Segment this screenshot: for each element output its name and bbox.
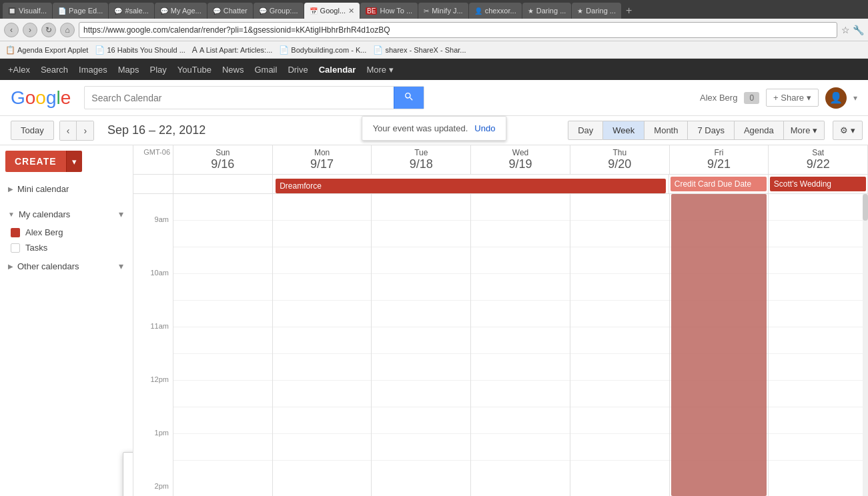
- calendar-item-tasks[interactable]: Tasks: [5, 240, 127, 255]
- view-agenda-button[interactable]: Agenda: [735, 121, 784, 140]
- google-bar-item-drive[interactable]: Drive: [288, 65, 308, 75]
- tab-howto[interactable]: BE How To ...: [360, 3, 418, 19]
- wrench-icon[interactable]: 🔧: [853, 25, 864, 35]
- sat-hour-8: [769, 381, 867, 407]
- view-7days-button[interactable]: 7 Days: [688, 121, 734, 140]
- other-cal-settings-icon[interactable]: ▾: [117, 259, 125, 273]
- tab-visualf[interactable]: 🔲 Visualf...: [3, 3, 52, 19]
- wed-hour-1: [471, 194, 570, 221]
- scrollbar-track[interactable]: [863, 194, 868, 496]
- bookmark-16habits[interactable]: 📄 16 Habits You Should ...: [95, 45, 185, 55]
- allday-event-scotts-wedding[interactable]: Scott's Wedding: [770, 177, 866, 191]
- search-input[interactable]: [85, 89, 394, 107]
- gmt-label: GMT-06: [133, 145, 173, 174]
- tab-chatter[interactable]: 💬 Chatter: [207, 3, 253, 19]
- tab-myage[interactable]: 💬 My Age...: [155, 3, 207, 19]
- tab-add-button[interactable]: +: [622, 3, 636, 19]
- allday-event-dreamforce[interactable]: Dreamforce: [276, 179, 666, 193]
- calendar-item-alex-berg[interactable]: Alex Berg: [5, 225, 127, 240]
- tab-google-calendar[interactable]: 📅 Googl... ✕: [304, 3, 360, 19]
- other-calendars-header[interactable]: ▶ Other calendars ▾: [5, 255, 127, 277]
- scrollbar-thumb[interactable]: [863, 194, 868, 221]
- thu-hour-1: [570, 194, 669, 221]
- view-buttons: Day Week Month 7 Days Agenda More ▾: [568, 121, 825, 140]
- tab-close-google-calendar[interactable]: ✕: [348, 7, 354, 15]
- dropdown-browse-interesting[interactable]: Browse Interesting Calendars: [123, 475, 133, 496]
- tab-icon-chatter: 💬: [213, 7, 221, 15]
- share-button[interactable]: + Share ▾: [766, 89, 819, 107]
- day-header-mon: Mon 9/17: [273, 145, 372, 174]
- mon-hour-9: [273, 407, 372, 434]
- tab-daring2[interactable]: ★ Daring ...: [572, 3, 621, 19]
- bookmark-agenda-export[interactable]: 📋 Agenda Export Applet: [5, 45, 88, 55]
- allday-event-credit-card[interactable]: Credit Card Due Date: [671, 177, 767, 191]
- dropdown-add-friend[interactable]: Add a friend's calendar: [123, 453, 133, 475]
- search-box: [84, 86, 424, 109]
- bookmarks-bar: 📋 Agenda Export Applet 📄 16 Habits You S…: [0, 41, 868, 59]
- wed-hour-6: [471, 327, 570, 354]
- account-chevron-icon[interactable]: ▾: [853, 93, 857, 103]
- toast-undo-button[interactable]: Undo: [474, 123, 495, 133]
- bookmark-alistapart[interactable]: A A List Apart: Articles:...: [192, 45, 272, 55]
- forward-button[interactable]: ›: [23, 23, 37, 37]
- bookmark-sharex[interactable]: 📄 sharex - ShareX - Shar...: [373, 45, 466, 55]
- allday-event-dreamforce-label: Dreamforce: [280, 181, 322, 191]
- google-bar-item-maps[interactable]: Maps: [118, 65, 139, 75]
- search-button[interactable]: [394, 87, 424, 109]
- create-button[interactable]: CREATE: [5, 151, 66, 172]
- bookmark-star-icon[interactable]: ☆: [841, 25, 850, 35]
- back-button[interactable]: ‹: [4, 23, 19, 37]
- my-calendars-header[interactable]: ▼ My calendars ▾: [5, 203, 127, 225]
- user-avatar[interactable]: 👤: [825, 87, 847, 109]
- header-right: Alex Berg 0 + Share ▾ 👤 ▾: [700, 87, 857, 109]
- google-bar-item-gmail[interactable]: Gmail: [254, 65, 277, 75]
- allday-cell-mon: Dreamforce: [273, 175, 669, 193]
- notification-badge[interactable]: 0: [744, 92, 759, 104]
- google-bar-item-play[interactable]: Play: [150, 65, 167, 75]
- tab-group[interactable]: 💬 Group:...: [254, 3, 304, 19]
- sat-hour-4: [769, 274, 867, 301]
- tab-label-minify: Minify J...: [432, 7, 462, 15]
- day-columns: [173, 194, 868, 496]
- google-bar-item-images[interactable]: Images: [79, 65, 107, 75]
- bookmark-bodybuilding[interactable]: 📄 Bodybuilding.com - K...: [279, 45, 366, 55]
- tab-chexxor[interactable]: 👤 chexxor...: [469, 3, 522, 19]
- thu-hour-6: [570, 327, 669, 354]
- reload-button[interactable]: ↻: [41, 23, 56, 37]
- calendar-main: CREATE ▾ ▶ Mini calendar ▼ My calendars …: [0, 145, 868, 496]
- day-col-sat: [769, 194, 868, 496]
- next-button[interactable]: ›: [76, 121, 93, 140]
- google-bar-item-alex[interactable]: +Alex: [8, 65, 30, 75]
- tab-label-pageed: Page Ed...: [69, 7, 103, 15]
- tab-sale[interactable]: 💬 #sale...: [109, 3, 153, 19]
- tab-pageed[interactable]: 📄 Page Ed...: [53, 3, 108, 19]
- thu-hour-7: [570, 354, 669, 381]
- today-button[interactable]: Today: [11, 121, 54, 140]
- bookmark-label-bodybuilding: Bodybuilding.com - K...: [291, 46, 366, 54]
- tab-minify[interactable]: ✂ Minify J...: [418, 3, 468, 19]
- day-header-tue: Tue 9/18: [372, 145, 471, 174]
- address-box[interactable]: https://www.google.com/calendar/render?p…: [79, 22, 837, 38]
- mini-calendar-toggle[interactable]: ▶ Mini calendar: [5, 180, 127, 198]
- my-cal-settings-icon[interactable]: ▾: [117, 207, 125, 221]
- google-bar-item-more[interactable]: More ▾: [366, 65, 393, 75]
- view-more-button[interactable]: More ▾: [784, 121, 825, 140]
- prev-button[interactable]: ‹: [60, 121, 77, 140]
- tab-icon-group: 💬: [259, 7, 267, 15]
- create-dropdown-button[interactable]: ▾: [66, 151, 82, 172]
- settings-button[interactable]: ⚙ ▾: [833, 121, 863, 140]
- google-bar-item-news[interactable]: News: [222, 65, 244, 75]
- google-logo[interactable]: Google: [11, 87, 71, 109]
- home-button[interactable]: ⌂: [60, 23, 75, 37]
- google-bar-item-search[interactable]: Search: [41, 65, 68, 75]
- view-day-button[interactable]: Day: [568, 121, 603, 140]
- tab-daring1[interactable]: ★ Daring ...: [522, 3, 572, 19]
- google-bar-item-calendar[interactable]: Calendar: [319, 65, 356, 75]
- google-bar-item-youtube[interactable]: YouTube: [177, 65, 211, 75]
- view-week-button[interactable]: Week: [603, 121, 644, 140]
- tasks-color-dot: [11, 243, 20, 253]
- sun-hour-8: [173, 381, 272, 407]
- view-month-button[interactable]: Month: [644, 121, 688, 140]
- gear-icon: ⚙: [840, 125, 848, 135]
- fri-block-event[interactable]: [671, 194, 767, 496]
